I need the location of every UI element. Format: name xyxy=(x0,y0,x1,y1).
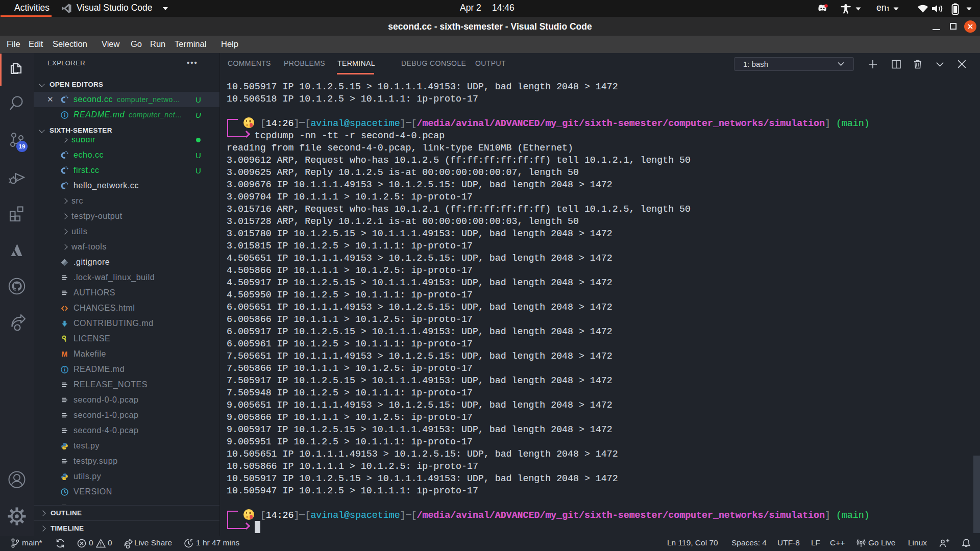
svg-text:M: M xyxy=(62,350,68,358)
